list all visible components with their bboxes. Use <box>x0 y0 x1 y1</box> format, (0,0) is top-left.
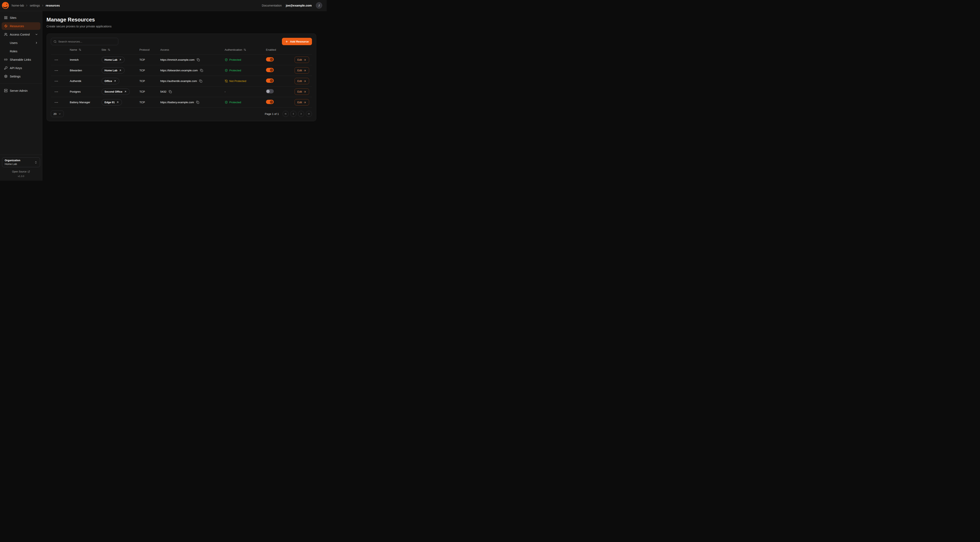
resource-protocol: TCP <box>140 101 161 104</box>
site-link[interactable]: Home Lab <box>102 57 125 63</box>
copy-icon[interactable] <box>168 90 172 94</box>
page-info: Page 1 of 1 <box>265 112 279 115</box>
site-link[interactable]: Edge 01 <box>102 99 122 105</box>
table-row: ⋯ Postgres Second Office TCP 5432 - Edit <box>51 86 312 97</box>
row-menu-button[interactable]: ⋯ <box>54 89 59 94</box>
resource-access-url: https://bitwarden.example.com <box>161 69 198 72</box>
row-menu-button[interactable]: ⋯ <box>54 79 59 83</box>
resources-card: Add Resource Name Site Protocol Access <box>46 33 316 121</box>
sidebar-item-access-control[interactable]: Access Control <box>2 31 40 38</box>
chevron-right-icon <box>41 4 44 7</box>
chevron-left-icon <box>292 112 295 115</box>
auth-status: - <box>225 90 266 93</box>
open-source-link[interactable]: Open Source <box>12 170 30 173</box>
copy-icon[interactable] <box>196 58 200 62</box>
sidebar-item-label: Shareable Links <box>10 58 31 61</box>
chevron-down-icon <box>35 33 38 36</box>
next-page-button[interactable] <box>298 111 304 117</box>
search-box <box>51 38 118 45</box>
grid-icon <box>4 16 8 19</box>
arrow-right-icon <box>303 69 306 72</box>
first-page-button[interactable] <box>283 111 289 117</box>
edit-button[interactable]: Edit <box>294 99 309 105</box>
column-header-site[interactable]: Site <box>102 48 140 51</box>
sort-icon <box>79 48 81 51</box>
avatar[interactable]: J <box>316 2 322 9</box>
row-menu-button[interactable]: ⋯ <box>54 100 59 105</box>
resource-protocol: TCP <box>140 80 161 83</box>
shield-check-icon <box>225 101 228 104</box>
arrow-right-icon <box>303 90 306 93</box>
shield-check-icon <box>225 69 228 72</box>
column-header-enabled: Enabled <box>266 48 294 51</box>
main-content: Manage Resources Create secure proxies t… <box>42 11 327 181</box>
table-toolbar: Add Resource <box>51 38 312 45</box>
column-header-authentication[interactable]: Authentication <box>225 48 266 51</box>
sidebar-item-api-keys[interactable]: API Keys <box>2 64 40 72</box>
page-title: Manage Resources <box>46 16 316 23</box>
sidebar-item-sites[interactable]: Sites <box>2 14 40 21</box>
breadcrumb-item-current: resources <box>46 4 60 7</box>
previous-page-button[interactable] <box>290 111 296 117</box>
enabled-toggle[interactable] <box>266 68 274 72</box>
table-row: ⋯ Authentik Office TCP https://authentik… <box>51 76 312 86</box>
resource-name: Battery Manager <box>70 101 102 104</box>
enabled-toggle[interactable] <box>266 78 274 83</box>
sidebar-item-label: Resources <box>10 24 24 28</box>
page-size-select[interactable]: 20 <box>51 110 64 117</box>
sidebar-item-roles[interactable]: Roles <box>2 48 40 55</box>
copy-icon[interactable] <box>200 69 204 72</box>
app-logo-icon[interactable] <box>2 2 9 9</box>
edit-button[interactable]: Edit <box>294 67 309 73</box>
organization-selector[interactable]: Organization Home Lab <box>2 157 40 167</box>
add-resource-button[interactable]: Add Resource <box>282 38 312 45</box>
chevrons-up-down-icon <box>34 161 37 164</box>
sidebar-item-label: Access Control <box>10 33 30 36</box>
user-email[interactable]: joe@example.com <box>286 4 312 7</box>
resource-name: Authentik <box>70 80 102 83</box>
resource-name: Postgres <box>70 90 102 93</box>
column-header-access: Access <box>161 48 225 51</box>
arrow-up-right-icon <box>119 59 122 61</box>
resource-name: Immich <box>70 58 102 61</box>
row-menu-button[interactable]: ⋯ <box>54 57 59 62</box>
enabled-toggle[interactable] <box>266 100 274 104</box>
search-input[interactable] <box>59 40 116 43</box>
row-menu-button[interactable]: ⋯ <box>54 68 59 73</box>
last-page-button[interactable] <box>306 111 312 117</box>
copy-icon[interactable] <box>196 100 200 104</box>
sidebar-item-settings[interactable]: Settings <box>2 73 40 80</box>
sidebar-item-label: Sites <box>10 16 16 19</box>
edit-button[interactable]: Edit <box>294 89 309 95</box>
chevron-right-icon <box>300 112 302 115</box>
edit-button[interactable]: Edit <box>294 78 309 84</box>
edit-button[interactable]: Edit <box>294 57 309 63</box>
resource-access-url: https://authentik.example.com <box>161 80 197 83</box>
documentation-link[interactable]: Documentation <box>262 4 282 7</box>
sidebar-item-server-admin[interactable]: Server Admin <box>2 87 40 94</box>
column-header-name[interactable]: Name <box>70 48 102 51</box>
sort-icon <box>108 48 110 51</box>
site-link[interactable]: Home Lab <box>102 67 125 73</box>
enabled-toggle[interactable] <box>266 57 274 62</box>
site-link[interactable]: Office <box>102 78 119 84</box>
breadcrumb-item-settings[interactable]: settings <box>30 4 40 7</box>
sidebar-item-shareable-links[interactable]: Shareable Links <box>2 56 40 63</box>
topbar: home-lab settings resources Documentatio… <box>0 0 327 11</box>
chevrons-right-icon <box>307 112 310 115</box>
copy-icon[interactable] <box>199 79 203 83</box>
auth-status: Not Protected <box>225 80 266 83</box>
resource-access-url: https://immich.example.com <box>161 58 194 61</box>
chevrons-left-icon <box>284 112 287 115</box>
sort-icon <box>243 48 246 51</box>
site-link[interactable]: Second Office <box>102 89 130 95</box>
breadcrumb-item-org[interactable]: home-lab <box>12 4 24 7</box>
sidebar-item-label: Users <box>10 41 18 45</box>
chevron-right-icon <box>25 4 28 7</box>
sidebar-item-resources[interactable]: Resources <box>2 22 40 30</box>
sidebar: Sites Resources Access Control Users Rol… <box>0 11 42 181</box>
server-icon <box>4 89 8 92</box>
pagination-controls: Page 1 of 1 <box>265 111 312 117</box>
sidebar-item-users[interactable]: Users <box>2 39 40 46</box>
enabled-toggle[interactable] <box>266 89 274 93</box>
